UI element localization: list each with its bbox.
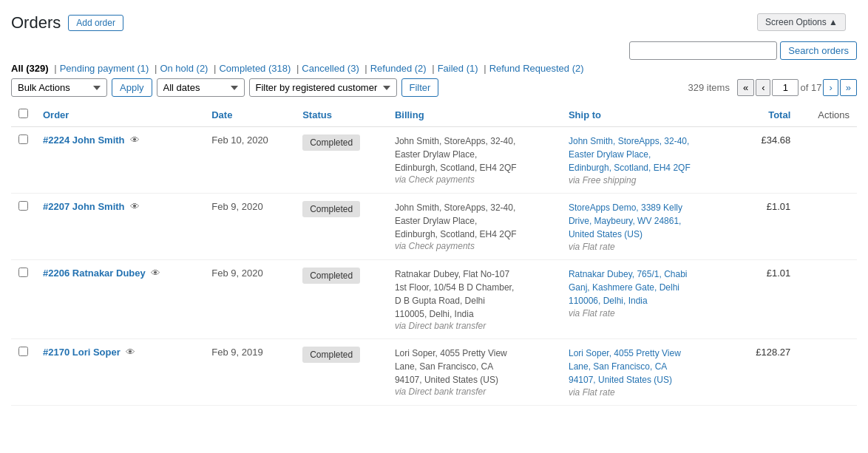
- tab-refunded[interactable]: Refunded (2) |: [370, 63, 438, 74]
- search-input[interactable]: [629, 41, 777, 60]
- search-box: Search orders: [629, 41, 857, 60]
- ship-to-column-header: Ship to: [561, 103, 735, 127]
- status-badge: Completed: [302, 347, 360, 363]
- screen-options: Screen Options ▲: [757, 13, 846, 31]
- order-link[interactable]: #2224 John Smith: [43, 134, 125, 146]
- prev-page-button[interactable]: ‹: [756, 79, 770, 96]
- apply-button[interactable]: Apply: [112, 78, 152, 97]
- tab-pending[interactable]: Pending payment (1) |: [60, 63, 160, 74]
- order-actions: [798, 194, 857, 260]
- bulk-actions-select[interactable]: Bulk Actions Mark processing Mark on-hol…: [11, 78, 107, 97]
- status-badge: Completed: [302, 201, 360, 217]
- toolbar: Bulk Actions Mark processing Mark on-hol…: [11, 78, 857, 97]
- billing-address: Ratnakar Dubey, Flat No-1071st Floor, 10…: [395, 268, 554, 321]
- ship-to-link[interactable]: StoreApps Demo, 3389 KellyDrive, Maybeur…: [569, 202, 682, 239]
- billing-address: John Smith, StoreApps, 32-40,Easter Dryl…: [395, 134, 554, 174]
- preview-icon[interactable]: 👁: [126, 347, 135, 358]
- ship-via: via Free shipping: [569, 175, 636, 185]
- order-date: Feb 10, 2020: [204, 127, 295, 194]
- tab-on-hold[interactable]: On hold (2) |: [160, 63, 219, 74]
- order-total: £34.68: [735, 127, 798, 194]
- row-checkbox[interactable]: [18, 268, 28, 277]
- status-badge: Completed: [302, 134, 360, 151]
- next-page-button[interactable]: ›: [823, 79, 838, 96]
- status-column-header: Status: [295, 103, 387, 127]
- actions-column-header: Actions: [798, 103, 857, 127]
- row-checkbox[interactable]: [18, 134, 28, 144]
- ship-via: via Flat rate: [569, 387, 615, 398]
- order-date: Feb 9, 2020: [204, 194, 295, 260]
- status-badge: Completed: [302, 268, 360, 284]
- order-actions: [798, 127, 857, 194]
- order-link[interactable]: #2206 Ratnakar Dubey: [43, 268, 146, 279]
- orders-table: Order Date Status Billing Ship to Total …: [11, 103, 857, 406]
- order-actions: [798, 339, 857, 406]
- pagination: « ‹ of 17 › »: [737, 79, 857, 96]
- tab-refund-requested[interactable]: Refund Requested (2): [489, 63, 584, 74]
- customer-filter-select[interactable]: Filter by registered customer: [249, 78, 397, 97]
- page-title: Orders: [11, 13, 61, 33]
- order-total: £1.01: [735, 194, 798, 260]
- row-checkbox[interactable]: [18, 347, 28, 356]
- billing-via: via Check payments: [395, 174, 554, 185]
- ship-via: via Flat rate: [569, 308, 615, 319]
- filter-button[interactable]: Filter: [401, 78, 439, 97]
- order-date: Feb 9, 2020: [204, 260, 295, 339]
- ship-via: via Flat rate: [569, 242, 615, 252]
- order-total: £1.01: [735, 260, 798, 339]
- billing-address: Lori Soper, 4055 Pretty ViewLane, San Fr…: [395, 347, 554, 386]
- tab-failed[interactable]: Failed (1) |: [438, 63, 489, 74]
- ship-to-link[interactable]: Lori Soper, 4055 Pretty ViewLane, San Fr…: [569, 348, 681, 385]
- preview-icon[interactable]: 👁: [130, 134, 140, 146]
- items-count: 329 items: [688, 82, 730, 93]
- table-row: #2224 John Smith 👁Feb 10, 2020CompletedJ…: [11, 127, 857, 194]
- page-number-input[interactable]: [772, 79, 799, 96]
- tab-cancelled[interactable]: Cancelled (3) |: [302, 63, 370, 74]
- ship-to-link[interactable]: Ratnakar Dubey, 765/1, ChabiGanj, Kashme…: [569, 269, 688, 306]
- total-column-header[interactable]: Total: [735, 103, 798, 127]
- total-pages: of 17: [800, 82, 821, 93]
- table-row: #2207 John Smith 👁Feb 9, 2020CompletedJo…: [11, 194, 857, 260]
- order-total: £128.27: [735, 339, 798, 406]
- screen-options-button[interactable]: Screen Options ▲: [757, 13, 846, 31]
- table-row: #2206 Ratnakar Dubey 👁Feb 9, 2020Complet…: [11, 260, 857, 339]
- date-filter-select[interactable]: All dates January 2020 February 2020: [157, 78, 245, 97]
- billing-via: via Check payments: [395, 241, 554, 251]
- order-column-header[interactable]: Order: [35, 103, 204, 127]
- date-column-header[interactable]: Date: [204, 103, 295, 127]
- row-checkbox[interactable]: [18, 201, 28, 211]
- billing-address: John Smith, StoreApps, 32-40,Easter Dryl…: [395, 201, 554, 241]
- billing-via: via Direct bank transfer: [395, 386, 554, 397]
- search-orders-button[interactable]: Search orders: [780, 41, 857, 60]
- ship-to-link[interactable]: John Smith, StoreApps, 32-40,Easter Dryl…: [569, 136, 691, 173]
- table-row: #2170 Lori Soper 👁Feb 9, 2019CompletedLo…: [11, 339, 857, 406]
- billing-via: via Direct bank transfer: [395, 321, 554, 331]
- tab-all[interactable]: All (329) |: [11, 63, 60, 74]
- tab-completed[interactable]: Completed (318) |: [219, 63, 302, 74]
- order-actions: [798, 260, 857, 339]
- billing-column-header: Billing: [387, 103, 561, 127]
- select-all-header: [11, 103, 35, 127]
- preview-icon[interactable]: 👁: [151, 268, 160, 279]
- first-page-button[interactable]: «: [737, 79, 754, 96]
- order-link[interactable]: #2207 John Smith: [43, 201, 125, 212]
- last-page-button[interactable]: »: [840, 79, 857, 96]
- preview-icon[interactable]: 👁: [130, 201, 140, 212]
- filter-tabs: All (329) | Pending payment (1) | On hol…: [11, 63, 857, 74]
- order-link[interactable]: #2170 Lori Soper: [43, 347, 121, 358]
- select-all-checkbox[interactable]: [18, 109, 28, 118]
- add-order-button[interactable]: Add order: [68, 15, 123, 31]
- order-date: Feb 9, 2019: [204, 339, 295, 406]
